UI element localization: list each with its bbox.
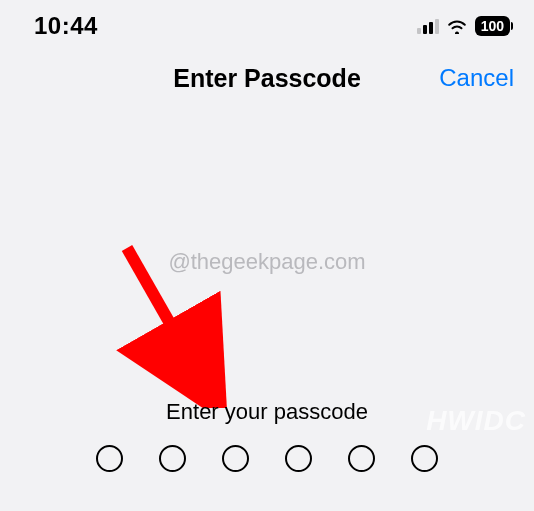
wifi-icon bbox=[446, 18, 468, 34]
status-indicators: 100 bbox=[417, 16, 510, 36]
cancel-button[interactable]: Cancel bbox=[439, 64, 514, 92]
passcode-dot[interactable] bbox=[411, 445, 438, 472]
nav-header: Enter Passcode Cancel bbox=[0, 48, 534, 107]
battery-level: 100 bbox=[481, 18, 504, 34]
watermark-center: @thegeekpage.com bbox=[0, 249, 534, 275]
passcode-dot[interactable] bbox=[159, 445, 186, 472]
cellular-signal-icon bbox=[417, 18, 439, 34]
clock-time: 10:44 bbox=[34, 12, 98, 40]
passcode-dots[interactable] bbox=[0, 445, 534, 472]
passcode-prompt: Enter your passcode bbox=[0, 399, 534, 425]
status-bar: 10:44 100 bbox=[0, 0, 534, 48]
annotation-arrow-icon bbox=[112, 238, 232, 408]
passcode-dot[interactable] bbox=[348, 445, 375, 472]
battery-indicator: 100 bbox=[475, 16, 510, 36]
page-title: Enter Passcode bbox=[173, 64, 361, 93]
passcode-dot[interactable] bbox=[285, 445, 312, 472]
passcode-dot[interactable] bbox=[222, 445, 249, 472]
svg-line-0 bbox=[127, 248, 204, 383]
passcode-dot[interactable] bbox=[96, 445, 123, 472]
